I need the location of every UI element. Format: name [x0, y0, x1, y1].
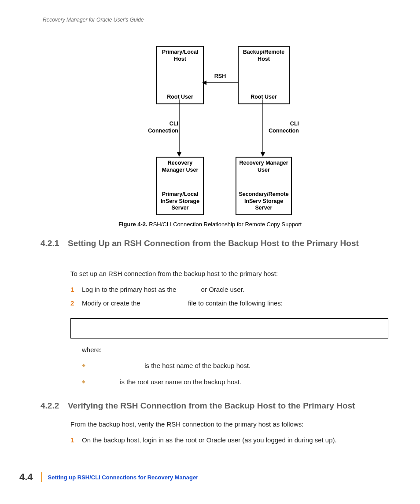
- running-header: Recovery Manager for Oracle User's Guide: [43, 17, 144, 23]
- bullet-rootuser-text: is the root user name on the backup host…: [118, 378, 241, 386]
- footer-divider: [41, 472, 42, 482]
- heading-4-2-1-title: Setting Up an RSH Connection from the Ba…: [68, 238, 394, 249]
- box-backup-host: Backup/Remote Host Root User: [238, 46, 290, 104]
- figure-label: Figure 4-2.: [118, 221, 147, 228]
- svg-marker-5: [261, 152, 265, 157]
- step-2-text-a: Modify or create the: [82, 299, 142, 307]
- step-422-1-number: 1: [70, 436, 74, 444]
- svg-marker-1: [202, 81, 206, 85]
- page-footer: 4.4 Setting up RSH/CLI Connections for R…: [19, 471, 198, 483]
- step-422-1-text: On the backup host, login in as the root…: [82, 436, 337, 444]
- label-rsh: RSH: [209, 73, 231, 80]
- where-label: where:: [82, 346, 102, 353]
- bullet-rootuser: is the root user name on the backup host…: [82, 378, 389, 386]
- label-cli-right: CLI Connection: [264, 121, 299, 134]
- intro-4-2-2: From the backup host, verify the RSH con…: [70, 420, 389, 428]
- intro-4-2-1: To set up an RSH connection from the bac…: [70, 270, 389, 277]
- step-1-number: 1: [70, 286, 74, 293]
- step-2: 2 Modify or create the file to contain t…: [70, 299, 389, 307]
- heading-4-2-1: 4.2.1Setting Up an RSH Connection from t…: [41, 238, 394, 249]
- box-primary-inserv-bottom: Primary/Local InServ Storage Server: [158, 191, 202, 212]
- arrow-cli-right: [260, 99, 265, 157]
- box-primary-host-top: Primary/Local Host: [158, 49, 202, 63]
- step-1-text-b: or Oracle user.: [199, 286, 244, 293]
- step-2-number: 2: [70, 299, 74, 307]
- step-2-text-b: file to contain the following lines:: [186, 299, 283, 307]
- bullet-hostname: is the host name of the backup host.: [82, 362, 389, 369]
- box-primary-host: Primary/Local Host Root User: [156, 46, 204, 104]
- code-box: [70, 318, 388, 338]
- steps-4-2-1: 1 Log in to the primary host as the or O…: [70, 286, 389, 313]
- page-number: 4.4: [19, 471, 33, 483]
- arrow-cli-left: [177, 99, 182, 157]
- steps-4-2-2: 1 On the backup host, login in as the ro…: [70, 436, 389, 450]
- bullet-hostname-text: is the host name of the backup host.: [143, 362, 251, 369]
- svg-marker-3: [177, 152, 181, 157]
- label-cli-left: CLI Connection: [143, 121, 178, 134]
- step-422-1: 1 On the backup host, login in as the ro…: [70, 436, 389, 444]
- box-primary-inserv: Recovery Manager User Primary/Local InSe…: [156, 157, 204, 215]
- box-secondary-inserv-top: Recovery Manager User: [237, 160, 290, 173]
- heading-4-2-2-number: 4.2.2: [41, 400, 68, 412]
- heading-4-2-2-title: Verifying the RSH Connection from the Ba…: [68, 401, 355, 410]
- figure-caption-text: RSH/CLI Connection Relationship for Remo…: [149, 221, 302, 228]
- heading-4-2-2: 4.2.2Verifying the RSH Connection from t…: [41, 400, 394, 412]
- arrow-rsh: [202, 80, 238, 85]
- box-secondary-inserv: Recovery Manager User Secondary/Remote I…: [236, 157, 292, 215]
- where-list: is the host name of the backup host. is …: [82, 362, 389, 394]
- footer-chapter-title: Setting up RSH/CLI Connections for Recov…: [48, 474, 199, 481]
- box-primary-inserv-top: Recovery Manager User: [158, 160, 202, 173]
- box-backup-host-top: Backup/Remote Host: [239, 49, 288, 63]
- step-1-text-a: Log in to the primary host as the: [82, 286, 178, 293]
- figure-caption: Figure 4-2. RSH/CLI Connection Relations…: [0, 221, 420, 228]
- step-1: 1 Log in to the primary host as the or O…: [70, 286, 389, 293]
- box-secondary-inserv-bottom: Secondary/Remote InServ Storage Server: [237, 191, 290, 212]
- heading-4-2-1-number: 4.2.1: [41, 238, 68, 249]
- diagram-rsh-cli: Primary/Local Host Root User Backup/Remo…: [156, 46, 324, 213]
